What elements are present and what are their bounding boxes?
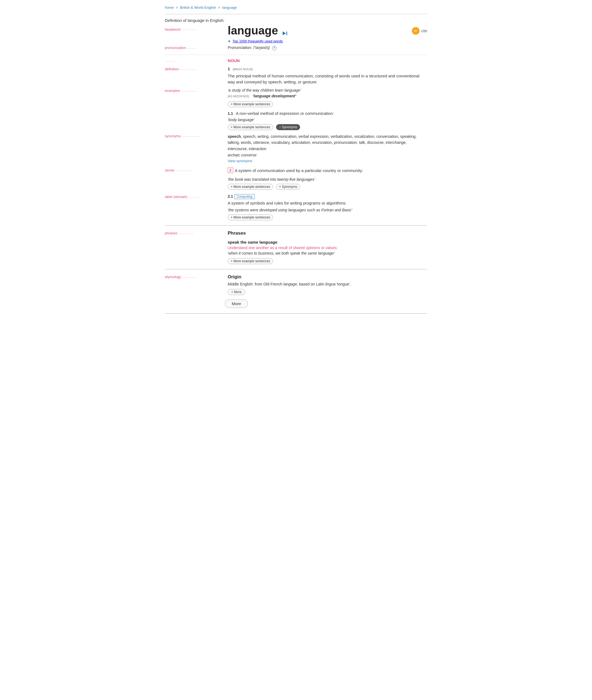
synonyms-label: synonyms [165, 134, 181, 138]
subsense2-number: 2.1 [228, 194, 233, 198]
pos-label-col: ······ [165, 58, 225, 63]
subsense1-number: 1.1 [228, 111, 233, 116]
subsense1-definition: A non-verbal method of expression or com… [236, 111, 334, 116]
sense2-more-examples-btn[interactable]: + More example sentences [228, 184, 273, 190]
subsense2-definition: A system of symbols and rules for writin… [228, 200, 427, 206]
subsense2-row: label (domain) ······· 2.1 Computing A s… [165, 194, 427, 221]
breadcrumb-sep1: > [176, 5, 179, 10]
as-modifier-tag: [AS MODIFIER]: [228, 95, 250, 98]
bottom-more-row: More [165, 299, 427, 308]
subsense1-example: ‘body language’ [228, 118, 427, 122]
phrases-label: phrases [165, 231, 178, 235]
synonyms-dots: ············ [182, 134, 225, 138]
examples-label-col: examples ··········· [165, 88, 225, 93]
breadcrumb-section[interactable]: British & World English [180, 5, 216, 10]
sense1-definition: The principal method of human communicat… [228, 73, 427, 85]
pos-row: ······ NOUN [165, 58, 427, 63]
breadcrumb-home[interactable]: home [165, 5, 174, 10]
star-icon: ★ [228, 39, 231, 43]
sense1-number: 1 [228, 66, 230, 71]
pos-value: NOUN [225, 58, 427, 63]
breadcrumb-word[interactable]: language [222, 5, 237, 10]
phrase1-more-examples-btn[interactable]: + More example sentences [228, 258, 273, 264]
definition-intro: Definition of language in English: [165, 18, 427, 23]
headword-dots: ·········· [182, 27, 225, 32]
subsense1-label-col [165, 110, 225, 111]
sense2-label-col: sense ··········· [165, 168, 225, 173]
origin-divider [165, 269, 427, 269]
sense-label: sense [165, 168, 175, 172]
svg-marker-0 [283, 32, 286, 35]
phrases-header: Phrases [228, 231, 427, 236]
audio-icon[interactable] [282, 30, 288, 36]
subsense1-content: 1.1 A non-verbal method of expression or… [225, 110, 427, 133]
headword-word: language [228, 25, 278, 36]
sense2-row: sense ··········· 2 A system of communic… [165, 168, 427, 192]
synonyms-label-col: synonyms ············ [165, 133, 225, 138]
pos-dots: ······ [166, 59, 225, 63]
origin-content: Origin Middle English: from Old French l… [225, 274, 427, 295]
phrase1-definition: Understand one another as a result of sh… [228, 245, 427, 250]
breadcrumb: home > British & World English > languag… [165, 5, 427, 10]
bottom-separator [165, 313, 427, 314]
phrase1-title: speak the same language [228, 240, 427, 244]
bottom-more-btn[interactable]: More [225, 299, 248, 308]
subsense1-row: 1.1 A non-verbal method of expression or… [165, 110, 427, 133]
sense1-content: 1 [MASS NOUN] The principal method of hu… [225, 66, 427, 87]
label-domain-label: label (domain) [165, 195, 187, 199]
phrase1-example: ‘when it comes to business, we both spea… [228, 251, 427, 255]
pronunciation-label: pronunciation [165, 46, 186, 50]
top1000-badge: ★ Top 1000 frequently used words [228, 39, 283, 43]
sense1-more-examples-btn[interactable]: + More example sentences [228, 101, 273, 107]
subsense2-example: ‘the systems were developed using langua… [228, 208, 427, 212]
sense2-dots: ··········· [176, 168, 225, 173]
label-domain-col: label (domain) ······· [165, 194, 225, 199]
examples-dots: ··········· [181, 89, 225, 93]
pronunciation-row: pronunciation ······ Pronunciation: /ˈla… [165, 45, 427, 50]
headword-label-col: headword ·········· [165, 25, 225, 32]
definition-label: definition [165, 67, 179, 71]
synonyms-list: speech, speech, writing, communication, … [228, 133, 427, 152]
pronunciation-label-col: pronunciation ······ [165, 46, 225, 50]
synonyms-row: synonyms ············ speech, speech, wr… [165, 133, 427, 163]
domain-dots: ······· [188, 195, 225, 199]
view-synonyms-link[interactable]: View synonyms [228, 159, 252, 163]
cite-label: cite [421, 29, 427, 33]
definition-label-col: definition ·········· [165, 66, 225, 72]
subsense2-more-examples-btn[interactable]: + More example sentences [228, 215, 273, 220]
sense2-synonyms-btn[interactable]: + Synonyms [276, 184, 300, 190]
etymology-dots: ·········· [182, 275, 225, 279]
subsense1-more-examples-btn[interactable]: + More example sentences [228, 124, 273, 130]
subsense2-content: 2.1 Computing A system of symbols and ru… [225, 194, 427, 221]
headword-label: headword [165, 27, 181, 32]
sense1-tag: [MASS NOUN] [233, 67, 253, 71]
sense2-example: ‘the book was translated into twenty-fiv… [228, 177, 427, 182]
sense2-number-boxed: 2 [228, 168, 233, 173]
examples-content: ‘a study of the way children learn langu… [225, 88, 427, 107]
pronunciation-help-icon[interactable]: ? [272, 46, 277, 50]
synonyms-toggle-btn[interactable]: − Synonyms [276, 124, 300, 130]
phrases-dots: ·········· [179, 231, 225, 235]
origin-more-btn[interactable]: + More [228, 289, 245, 295]
sense2-definition: A system of communication used by a part… [235, 168, 427, 174]
definition-dots: ·········· [180, 67, 225, 72]
top1000-link[interactable]: Top 1000 frequently used words [232, 39, 283, 43]
sense1-row: definition ·········· 1 [MASS NOUN] The … [165, 66, 427, 87]
synonyms-content: speech, speech, writing, communication, … [225, 133, 427, 163]
origin-text: Middle English: from Old French langage,… [228, 282, 427, 286]
cite-icon: ✏ [412, 27, 420, 35]
pronunciation-dots: ······ [187, 46, 225, 50]
headword-section: headword ·········· language ✏ cite [165, 25, 427, 36]
section-divider-1 [165, 55, 427, 55]
sense2-content: 2 A system of communication used by a pa… [225, 168, 427, 192]
phrases-divider [165, 225, 427, 226]
pronunciation-content: Pronunciation: /ˈlaŋwɪdʒ/ ? [225, 45, 427, 50]
examples-label: examples [165, 89, 180, 93]
cite-button[interactable]: ✏ cite [412, 27, 427, 35]
phrases-row: phrases ·········· Phrases speak the sam… [165, 231, 427, 264]
etymology-label-col: etymology ·········· [165, 274, 225, 279]
computing-domain-label: Computing [235, 194, 254, 199]
headword-content: language [225, 25, 427, 36]
phrases-content: Phrases speak the same language Understa… [225, 231, 427, 264]
pronunciation-text: Pronunciation: /ˈlaŋwɪdʒ/ [228, 45, 270, 50]
